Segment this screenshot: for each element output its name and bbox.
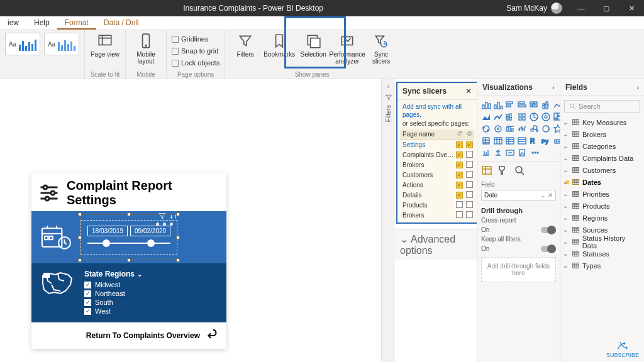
filters-pane-collapsed[interactable]: ‹ Filters — [381, 79, 395, 362]
viz-type-29[interactable] — [493, 148, 503, 158]
drillthrough-fields-well[interactable]: Add drill-through fields here — [481, 257, 556, 282]
gridlines-checkbox[interactable]: Gridlines — [172, 34, 219, 44]
svg-rect-81 — [573, 191, 579, 196]
sync-page-row[interactable]: Customers✓ — [400, 170, 474, 180]
slicer-head-filter-icon[interactable] — [158, 212, 167, 221]
minimize-button[interactable]: — — [569, 0, 594, 16]
viz-type-21[interactable] — [481, 136, 491, 146]
date-range-slider[interactable] — [87, 243, 170, 244]
chevron-right-icon[interactable]: › — [552, 84, 555, 91]
viz-type-9[interactable] — [505, 112, 515, 122]
snap-checkbox[interactable]: Snap to grid — [172, 46, 219, 56]
fields-table-row[interactable]: ⌄Statuses — [563, 248, 641, 260]
date-from[interactable]: 18/03/2019 — [87, 226, 128, 236]
fields-table-row[interactable]: ⌄Regions — [563, 212, 641, 224]
fields-search[interactable]: Search — [564, 100, 640, 112]
performance-analyzer-button[interactable]: Performance analyzer — [332, 33, 362, 65]
viz-type-19[interactable] — [541, 124, 551, 134]
tab-view[interactable]: iew — [0, 16, 26, 30]
tab-help[interactable]: Help — [26, 16, 57, 30]
keep-filters-toggle[interactable]: Keep all filters — [477, 234, 560, 244]
fields-table-row[interactable]: ⌄Status History Data — [563, 236, 641, 248]
chevron-down-icon[interactable]: ⌄ — [137, 271, 142, 278]
sync-page-row[interactable]: Brokers — [400, 210, 474, 220]
fields-table-row[interactable]: ⌄Products — [563, 200, 641, 212]
date-slicer[interactable]: 18/03/2019 09/02/2020 — [80, 220, 177, 255]
date-to[interactable]: 09/02/2020 — [130, 226, 170, 236]
close-button[interactable]: ✕ — [619, 0, 644, 16]
region-slicer[interactable]: State Regions⌄ ✓Midwest✓Northeast✓South✓… — [84, 270, 142, 316]
tab-format[interactable]: Format — [57, 16, 96, 30]
viz-type-22[interactable] — [493, 136, 503, 146]
maximize-button[interactable]: ▢ — [594, 0, 619, 16]
viz-type-5[interactable] — [541, 100, 551, 110]
advanced-options[interactable]: ⌄Advanced options — [395, 229, 477, 260]
region-item[interactable]: ✓Midwest — [84, 281, 142, 288]
viz-type-8[interactable] — [493, 112, 503, 122]
expand-left-icon[interactable]: ‹ — [387, 83, 389, 90]
format-tab-icon[interactable] — [497, 165, 509, 176]
viz-type-7[interactable] — [481, 112, 491, 122]
theme-gallery-2[interactable]: Aa — [44, 33, 79, 55]
chevron-right-icon[interactable]: › — [636, 84, 639, 91]
svg-rect-53 — [511, 129, 513, 131]
sync-page-row[interactable]: Brokers✓ — [400, 160, 474, 170]
viz-type-0[interactable] — [481, 100, 491, 110]
viz-type-4[interactable] — [529, 100, 539, 110]
sync-page-row[interactable]: Products — [400, 200, 474, 210]
viz-type-1[interactable] — [493, 100, 503, 110]
field-chip-date[interactable]: Date⌄ ✕ — [481, 190, 556, 200]
fields-tab-icon[interactable] — [481, 165, 492, 176]
theme-gallery-1[interactable]: Aa — [5, 33, 40, 55]
viz-type-24[interactable] — [517, 136, 527, 146]
report-canvas[interactable]: Complaint Report Settings 18/03/2019 09/… — [0, 79, 381, 362]
viz-type-17[interactable] — [517, 124, 527, 134]
avatar[interactable] — [551, 3, 562, 14]
cross-report-toggle[interactable]: Cross-report — [477, 216, 560, 225]
sync-page-row[interactable]: Details✓ — [400, 190, 474, 200]
viz-type-12[interactable] — [541, 112, 551, 122]
subscribe-badge[interactable]: SUBSCRIBE — [606, 341, 639, 358]
viz-type-30[interactable] — [505, 148, 515, 158]
viz-type-25[interactable]: R — [529, 136, 539, 146]
viz-type-10[interactable] — [517, 112, 527, 122]
viz-type-18[interactable] — [529, 124, 539, 134]
fields-table-row[interactable]: ⌄Dates — [563, 176, 641, 188]
mobile-layout-button[interactable]: Mobile layout — [131, 33, 161, 65]
tab-datadrill[interactable]: Data / Drill — [96, 16, 147, 30]
fields-table-row[interactable]: ⌄Brokers — [563, 128, 641, 140]
sync-page-row[interactable]: Actions✓ — [400, 180, 474, 190]
viz-type-32[interactable] — [529, 148, 539, 158]
viz-type-11[interactable] — [529, 112, 539, 122]
viz-type-23[interactable] — [505, 136, 515, 146]
fields-table-row[interactable]: ⌄Key Measures — [563, 116, 641, 128]
page-view-button[interactable]: Page view — [90, 33, 120, 58]
viz-type-15[interactable] — [493, 124, 503, 134]
region-item[interactable]: ✓South — [84, 299, 142, 306]
sync-page-row[interactable]: Complaints Over...✓ — [400, 150, 474, 160]
sync-page-row[interactable]: Settings✓✓ — [400, 140, 474, 150]
close-icon[interactable]: ✕ — [465, 87, 472, 96]
filters-button[interactable]: Filters — [230, 33, 260, 58]
fields-table-row[interactable]: ⌄Complaints Data — [563, 152, 641, 164]
viz-type-2[interactable] — [505, 100, 515, 110]
viz-type-16[interactable] — [505, 124, 515, 134]
selection-button[interactable]: Selection — [298, 33, 328, 58]
slicer-head-sort-icon[interactable] — [169, 212, 178, 221]
viz-type-14[interactable] — [481, 124, 491, 134]
fields-table-row[interactable]: ⌄Customers — [563, 164, 641, 176]
viz-type-28[interactable] — [481, 148, 491, 158]
fields-table-row[interactable]: ⌄Priorities — [563, 188, 641, 200]
lock-checkbox[interactable]: Lock objects — [172, 58, 219, 68]
region-item[interactable]: ✓Northeast — [84, 290, 142, 297]
fields-table-row[interactable]: ⌄Types — [563, 260, 641, 272]
analytics-tab-icon[interactable] — [514, 165, 525, 176]
sync-slicers-button[interactable]: Sync slicers — [366, 33, 396, 65]
fields-table-row[interactable]: ⌄Categories — [563, 140, 641, 152]
viz-type-31[interactable] — [517, 148, 527, 158]
region-item[interactable]: ✓West — [84, 307, 142, 315]
viz-type-3[interactable] — [517, 100, 527, 110]
return-link[interactable]: Return To Complaints Overview — [31, 322, 226, 349]
viz-type-26[interactable]: Py — [541, 136, 551, 146]
bookmarks-button[interactable]: Bookmarks — [264, 33, 294, 58]
